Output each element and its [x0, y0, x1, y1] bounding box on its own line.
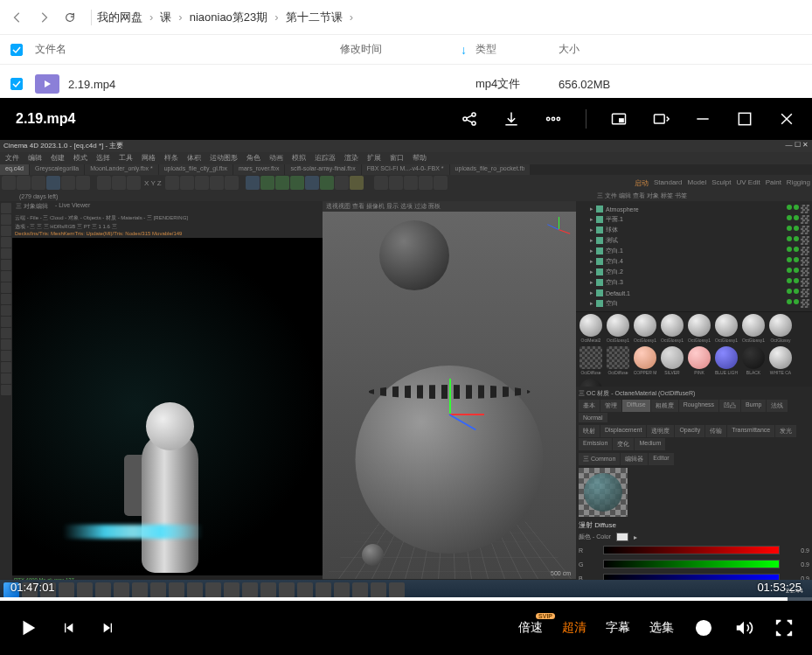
- play-button[interactable]: [17, 617, 38, 638]
- speed-button[interactable]: 倍速SVIP: [518, 620, 543, 636]
- volume-button[interactable]: [733, 617, 754, 638]
- player-controls: 倍速SVIP 超清 字幕 选集: [0, 601, 812, 655]
- slider-g: [603, 560, 780, 568]
- c4d-titlebar: Cinema 4D 2023.1.0 - [eq.c4d *] - 主要 — ☐…: [0, 140, 812, 152]
- svg-point-3: [547, 117, 550, 120]
- file-size: 656.02MB: [559, 78, 812, 91]
- settings-button[interactable]: [693, 617, 714, 638]
- playlist-button[interactable]: 选集: [649, 620, 674, 636]
- maximize-button[interactable]: [735, 109, 754, 129]
- c4d-file-tabs: eq.c4dGreyscalegorillaMoonLander_only.fb…: [0, 164, 812, 175]
- share-button[interactable]: [460, 109, 479, 129]
- nav-bar: 我的网盘› 课› niaoniao第23期› 第十二节课›: [0, 0, 812, 35]
- slider-r: [603, 546, 780, 554]
- theater-button[interactable]: [651, 109, 670, 129]
- viewport-header: 透视视图 查看 摄像机 显示 选项 过滤 面板: [323, 201, 576, 212]
- quality-button[interactable]: 超清: [562, 620, 586, 636]
- sort-arrow-icon: ↓: [461, 43, 467, 57]
- col-type-header[interactable]: 类型: [475, 42, 559, 57]
- prev-button[interactable]: [58, 617, 79, 638]
- viewport: 透视视图 查看 摄像机 显示 选项 过滤 面板 500 cm: [323, 201, 576, 579]
- material-preview: [579, 468, 628, 517]
- player-title: 2.19.mp4: [16, 111, 460, 127]
- svg-rect-7: [619, 118, 624, 122]
- svg-point-5: [557, 117, 559, 120]
- select-all-checkbox[interactable]: [10, 44, 23, 56]
- axis-indicator-icon: [546, 217, 571, 241]
- col-check[interactable]: [10, 44, 28, 56]
- more-button[interactable]: [544, 109, 563, 129]
- col-size-header[interactable]: 大小: [559, 42, 812, 57]
- col-time-header[interactable]: 修改时间↓: [340, 42, 475, 57]
- close-button[interactable]: [777, 109, 796, 129]
- window-controls: — ☐ ✕: [786, 141, 809, 151]
- fullscreen-button[interactable]: [774, 617, 795, 638]
- file-name: 2.19.mp4: [68, 78, 115, 91]
- minimize-button[interactable]: [693, 109, 712, 129]
- divider: [91, 10, 92, 25]
- svg-rect-8: [655, 115, 665, 123]
- svg-point-11: [701, 625, 706, 631]
- video-content[interactable]: Cinema 4D 2023.1.0 - [eq.c4d *] - 主要 — ☐…: [0, 140, 812, 601]
- viewport-scene: 500 cm: [323, 212, 576, 579]
- nav-refresh-button[interactable]: [59, 7, 80, 28]
- breadcrumb-item[interactable]: 课: [160, 10, 171, 25]
- breadcrumb-sep: ›: [178, 10, 182, 24]
- pip-button[interactable]: [609, 109, 628, 129]
- breadcrumb-sep: ›: [274, 10, 278, 24]
- file-type: mp4文件: [475, 76, 559, 92]
- svip-badge: SVIP: [536, 613, 555, 619]
- player-header: 2.19.mp4: [0, 98, 812, 140]
- astronaut-render: [115, 394, 220, 575]
- nav-back-button[interactable]: [7, 7, 28, 28]
- breadcrumb-sep: ›: [149, 10, 153, 24]
- next-button[interactable]: [98, 617, 119, 638]
- c4d-toolbar: X Y Z 启动StandardModelSculptUV EditPaintR…: [0, 175, 812, 191]
- video-file-icon: [35, 74, 59, 94]
- nav-forward-button[interactable]: [33, 7, 54, 28]
- object-tree: ▸Atmosphere▸平面.1▸球体▸测试▸空白.1▸空白.4▸空白.2▸空白…: [576, 201, 812, 312]
- svg-rect-9: [739, 113, 750, 124]
- col-name-header[interactable]: 文件名: [28, 42, 340, 57]
- table-header: 文件名 修改时间↓ 类型 大小: [0, 35, 812, 65]
- render-header: 三 对象编辑- Live Viewer: [12, 201, 323, 213]
- row-checkbox[interactable]: [10, 78, 23, 90]
- svg-point-4: [552, 117, 554, 120]
- render-view: [12, 238, 323, 575]
- material-browser: OctMetal2OctGlossy1OctGlossy1OctGlossy1O…: [576, 312, 812, 387]
- c4d-menubar: 文件编辑创建模式选择工具网格样条体积运动图形角色动画模拟追踪器渲染扩展窗口帮助: [0, 152, 812, 164]
- divider: [586, 109, 586, 129]
- c4d-main: 三 对象编辑- Live Viewer 云端 - File - 三 Cloud …: [0, 201, 812, 579]
- c4d-secondary-toolbar: (279 days left) 三 文件 编辑 查看 对象 标签 书签: [0, 191, 812, 201]
- current-time: 01:47:01: [10, 581, 55, 594]
- breadcrumb-sep: ›: [350, 10, 353, 24]
- render-panel: 三 对象编辑- Live Viewer 云端 - File - 三 Cloud …: [12, 201, 323, 579]
- material-editor: 三 OC 材质 - OctaneMaterial (OctDiffuseR) 基…: [576, 387, 812, 601]
- right-panel: ▸Atmosphere▸平面.1▸球体▸测试▸空白.1▸空白.4▸空白.2▸空白…: [576, 201, 812, 579]
- breadcrumb: 我的网盘› 课› niaoniao第23期› 第十二节课›: [97, 10, 357, 25]
- subtitle-button[interactable]: 字幕: [606, 620, 630, 636]
- breadcrumb-item[interactable]: niaoniao第23期: [190, 10, 268, 25]
- color-swatch: [616, 533, 628, 541]
- video-player: 2.19.mp4 Cinema 4D 2023.1.0 - [eq.c4d *]…: [0, 98, 812, 655]
- left-toolbar: [0, 201, 12, 579]
- breadcrumb-item[interactable]: 第十二节课: [286, 10, 343, 25]
- download-button[interactable]: [502, 109, 521, 129]
- total-time: 01:53:25: [757, 581, 802, 594]
- c4d-window: Cinema 4D 2023.1.0 - [eq.c4d *] - 主要 — ☐…: [0, 140, 812, 601]
- breadcrumb-item[interactable]: 我的网盘: [97, 10, 142, 25]
